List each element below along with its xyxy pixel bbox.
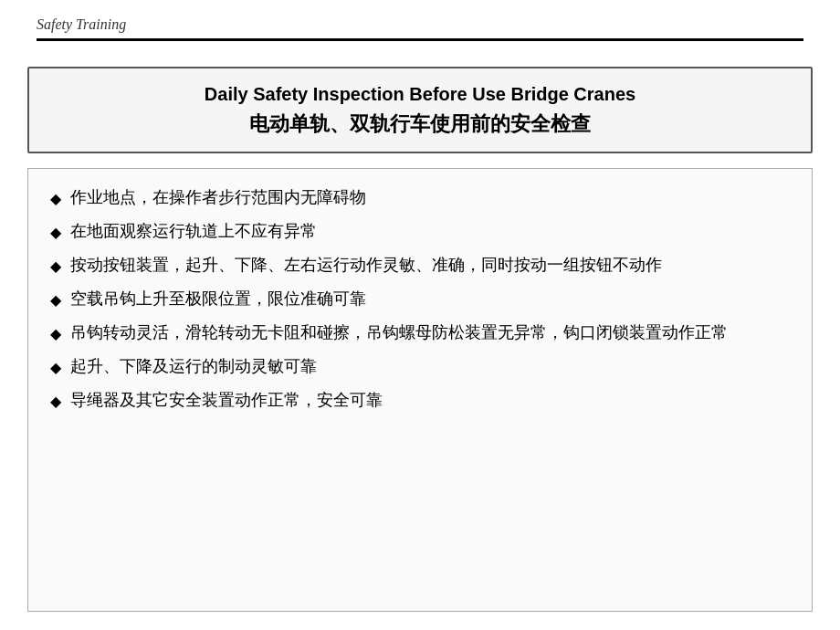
bullet-item: ◆在地面观察运行轨道上不应有异常 [50,219,790,244]
bullet-diamond-icon: ◆ [50,357,61,379]
bullet-list: ◆作业地点，在操作者步行范围内无障碍物◆在地面观察运行轨道上不应有异常◆按动按钮… [50,185,790,413]
bullet-item: ◆空载吊钩上升至极限位置，限位准确可靠 [50,287,790,311]
bullet-text: 作业地点，在操作者步行范围内无障碍物 [70,185,790,210]
content-area: Daily Safety Inspection Before Use Bridg… [0,48,840,630]
bullet-text: 空载吊钩上升至极限位置，限位准确可靠 [70,287,790,311]
bullet-diamond-icon: ◆ [50,188,61,210]
bullet-diamond-icon: ◆ [50,323,61,345]
bullet-diamond-icon: ◆ [50,222,61,244]
bullet-text: 吊钩转动灵活，滑轮转动无卡阻和碰擦，吊钩螺母防松装置无异常，钩口闭锁装置动作正常 [70,320,790,345]
header-area: Safety Training [0,0,840,48]
bullet-text: 导绳器及其它安全装置动作正常，安全可靠 [70,388,790,413]
bullet-text: 按动按钮装置，起升、下降、左右运行动作灵敏、准确，同时按动一组按钮不动作 [70,253,790,278]
bullet-item: ◆按动按钮装置，起升、下降、左右运行动作灵敏、准确，同时按动一组按钮不动作 [50,253,790,278]
bullet-item: ◆作业地点，在操作者步行范围内无障碍物 [50,185,790,210]
bullet-text: 起升、下降及运行的制动灵敏可靠 [70,354,790,379]
bullet-item: ◆吊钩转动灵活，滑轮转动无卡阻和碰擦，吊钩螺母防松装置无异常，钩口闭锁装置动作正… [50,320,790,345]
header-divider [37,38,803,41]
bullet-box: ◆作业地点，在操作者步行范围内无障碍物◆在地面观察运行轨道上不应有异常◆按动按钮… [27,168,813,612]
safety-training-label: Safety Training [37,16,803,33]
bullet-text: 在地面观察运行轨道上不应有异常 [70,219,790,244]
title-english: Daily Safety Inspection Before Use Bridg… [47,81,793,107]
bullet-diamond-icon: ◆ [50,289,61,311]
title-chinese: 电动单轨、双轨行车使用前的安全检查 [47,110,793,139]
title-box: Daily Safety Inspection Before Use Bridg… [27,67,813,153]
bullet-diamond-icon: ◆ [50,391,61,413]
page: Safety Training Daily Safety Inspection … [0,0,840,630]
bullet-item: ◆导绳器及其它安全装置动作正常，安全可靠 [50,388,790,413]
bullet-item: ◆起升、下降及运行的制动灵敏可靠 [50,354,790,379]
bullet-diamond-icon: ◆ [50,256,61,278]
